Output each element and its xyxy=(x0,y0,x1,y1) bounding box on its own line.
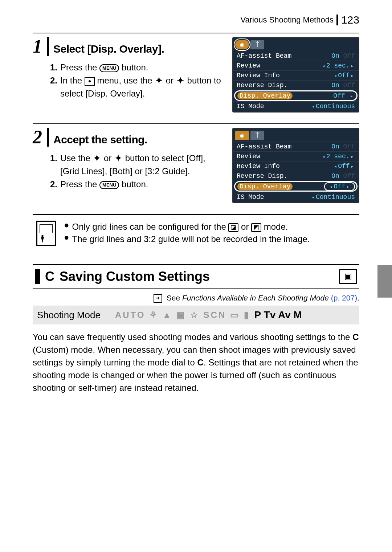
page: Various Shooting Methods 123 1 Select [D… xyxy=(0,0,392,467)
right-arrow-icon: ✦ xyxy=(114,153,123,163)
shooting-mode-strip: Shooting Mode AUTO ⚘ ▲ ▣ ☆ SCN ▭ ▮ P Tv … xyxy=(33,306,359,324)
lcd-screenshot: ◉ ᛠ AF-assist BeamOn Off Review◂2 sec.▸ … xyxy=(232,128,359,203)
section-title: Saving Custom Settings xyxy=(60,269,334,284)
menu-button-icon: MENU xyxy=(99,181,119,189)
available-modes: P Tv Av M xyxy=(254,309,302,321)
substep: 2. In the menu, use the ✦ or ✦ button to… xyxy=(50,74,225,100)
page-header: Various Shooting Methods 123 xyxy=(33,15,359,25)
camera-menu-icon xyxy=(85,77,95,86)
section-body-text: You can save frequently used shooting mo… xyxy=(33,331,359,394)
stitch-right-mode-icon: ◩ xyxy=(251,223,261,232)
tools-tab-icon: ᛠ xyxy=(250,131,264,140)
left-arrow-icon: ✦ xyxy=(93,153,101,163)
note-box: ●Only grid lines can be configured for t… xyxy=(33,215,359,257)
custom-mode-icon: C xyxy=(45,269,54,284)
lcd-screenshot: ◉ ᛠ AF-assist BeamOn Off Review◂2 sec.▸ … xyxy=(232,37,359,113)
step-number: 1 xyxy=(33,37,49,56)
header-section-label: Various Shooting Methods xyxy=(241,15,334,25)
step-2: 2 Accept the setting. 1. Use the ✦ or ✦ … xyxy=(33,124,359,214)
custom-c-inline-icon: C xyxy=(352,332,359,342)
substep: 2. Press the MENU button. xyxy=(50,178,225,191)
step-1: 1 Select [Disp. Overlay]. 1. Press the M… xyxy=(33,33,359,123)
substep: 1. Use the ✦ or ✦ button to select [Off]… xyxy=(50,152,225,178)
reference-arrow-icon: ➔ xyxy=(154,294,162,303)
section-accent xyxy=(35,269,40,284)
shooting-mode-label: Shooting Mode xyxy=(37,310,101,321)
page-side-tab xyxy=(377,265,392,298)
page-number: 123 xyxy=(336,15,359,25)
camera-icon: ▣ xyxy=(339,269,357,284)
custom-c-inline-icon: C xyxy=(197,357,204,367)
step-title: Select [Disp. Overlay]. xyxy=(53,43,164,55)
menu-button-icon: MENU xyxy=(99,64,119,72)
substep: 1. Press the MENU button. xyxy=(50,61,225,74)
camera-tab-icon: ◉ xyxy=(235,131,249,140)
note-icon xyxy=(36,221,56,246)
lcd-highlighted-row: Disp. OverlayOff ▸ xyxy=(234,91,357,101)
stitch-left-mode-icon: ◪ xyxy=(228,223,238,232)
up-arrow-icon: ✦ xyxy=(155,75,163,85)
down-arrow-icon: ✦ xyxy=(176,75,185,85)
unavailable-modes: AUTO ⚘ ▲ ▣ ☆ SCN ▭ ▮ xyxy=(115,310,250,320)
tools-tab-icon: ᛠ xyxy=(250,40,264,49)
camera-tab-icon: ◉ xyxy=(235,40,249,49)
section-header: C Saving Custom Settings ▣ xyxy=(33,264,359,289)
see-reference: ➔ See Functions Available in Each Shooti… xyxy=(33,289,359,306)
step-number: 2 xyxy=(33,128,49,147)
lcd-highlighted-row: Disp. Overlay◂Off▸ xyxy=(234,181,357,191)
step-title: Accept the setting. xyxy=(53,134,147,146)
